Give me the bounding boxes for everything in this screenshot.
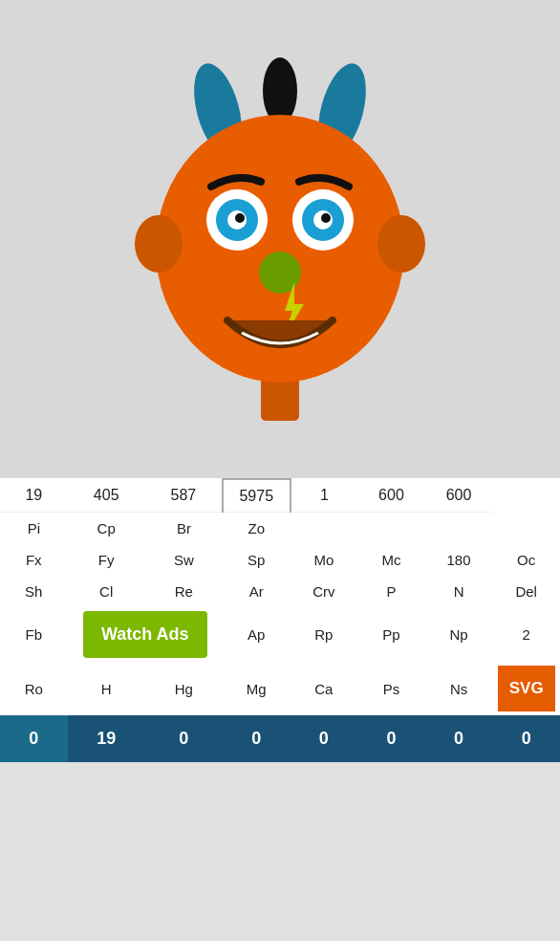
score-cell-1: 19 bbox=[0, 479, 68, 513]
label-np[interactable]: Np bbox=[425, 607, 493, 662]
label-row-5: Ro H Hg Mg Ca Ps Ns SVG bbox=[0, 662, 560, 715]
label-fx[interactable]: Fx bbox=[0, 544, 68, 576]
bottom-score-5: 0 bbox=[357, 715, 425, 762]
svg-point-10 bbox=[235, 213, 245, 223]
character-area bbox=[0, 0, 560, 478]
label-empty-2 bbox=[357, 513, 425, 545]
label-ps[interactable]: Ps bbox=[357, 662, 425, 715]
label-pp[interactable]: Pp bbox=[357, 607, 425, 662]
label-br[interactable]: Br bbox=[145, 513, 223, 545]
svg-cell: SVG bbox=[492, 662, 560, 715]
svg-point-14 bbox=[321, 213, 331, 223]
score-row: 19 405 587 5975 1 600 600 bbox=[0, 479, 560, 513]
label-row-3: Sh Cl Re Ar Crv P N Del bbox=[0, 576, 560, 607]
label-crv[interactable]: Crv bbox=[291, 576, 358, 607]
label-ar[interactable]: Ar bbox=[223, 576, 291, 607]
score-cell-7: 600 bbox=[425, 479, 493, 513]
label-row-2: Fx Fy Sw Sp Mo Mc 180 Oc bbox=[0, 544, 560, 576]
label-cp[interactable]: Cp bbox=[68, 513, 145, 545]
label-empty-3 bbox=[425, 513, 493, 545]
bottom-score-6: 0 bbox=[425, 715, 493, 762]
label-h[interactable]: H bbox=[68, 662, 145, 715]
label-180[interactable]: 180 bbox=[425, 544, 493, 576]
label-rp[interactable]: Rp bbox=[291, 607, 358, 662]
character-svg bbox=[127, 38, 433, 440]
label-2[interactable]: 2 bbox=[492, 607, 560, 662]
grid-area: 19 405 587 5975 1 600 600 Pi Cp Br Zo Fx… bbox=[0, 478, 560, 762]
score-grid: 19 405 587 5975 1 600 600 Pi Cp Br Zo Fx… bbox=[0, 478, 560, 762]
watch-ads-button[interactable]: Watch Ads bbox=[83, 611, 207, 658]
label-empty-4 bbox=[492, 513, 560, 545]
svg-point-6 bbox=[377, 215, 425, 273]
bottom-score-7: 0 bbox=[492, 715, 560, 762]
label-cl[interactable]: Cl bbox=[68, 576, 145, 607]
label-p[interactable]: P bbox=[357, 576, 425, 607]
label-fy[interactable]: Fy bbox=[68, 544, 145, 576]
label-row-1: Pi Cp Br Zo bbox=[0, 513, 560, 545]
label-sw[interactable]: Sw bbox=[145, 544, 223, 576]
svg-button[interactable]: SVG bbox=[498, 666, 555, 711]
label-mc[interactable]: Mc bbox=[357, 544, 425, 576]
svg-point-5 bbox=[135, 215, 183, 273]
label-zo[interactable]: Zo bbox=[223, 513, 291, 545]
label-hg[interactable]: Hg bbox=[145, 662, 223, 715]
bottom-score-1: 19 bbox=[68, 715, 145, 762]
label-oc[interactable]: Oc bbox=[492, 544, 560, 576]
bottom-score-row: 0 19 0 0 0 0 0 0 bbox=[0, 715, 560, 762]
label-ro[interactable]: Ro bbox=[0, 662, 68, 715]
label-ns[interactable]: Ns bbox=[425, 662, 493, 715]
label-fb[interactable]: Fb bbox=[0, 607, 68, 662]
label-pi[interactable]: Pi bbox=[0, 513, 68, 545]
bottom-score-0: 0 bbox=[0, 715, 68, 762]
score-cell-2: 405 bbox=[68, 479, 145, 513]
svg-point-3 bbox=[263, 57, 297, 124]
bottom-score-3: 0 bbox=[223, 715, 291, 762]
label-ca[interactable]: Ca bbox=[291, 662, 358, 715]
svg-point-15 bbox=[259, 252, 301, 294]
label-row-4: Fb Watch Ads Ap Rp Pp Np 2 bbox=[0, 607, 560, 662]
label-mg[interactable]: Mg bbox=[223, 662, 291, 715]
bottom-score-4: 0 bbox=[291, 715, 358, 762]
bottom-score-2: 0 bbox=[145, 715, 223, 762]
label-empty-1 bbox=[291, 513, 358, 545]
label-sh[interactable]: Sh bbox=[0, 576, 68, 607]
label-re[interactable]: Re bbox=[145, 576, 223, 607]
score-cell-6: 600 bbox=[357, 479, 425, 513]
label-del[interactable]: Del bbox=[492, 576, 560, 607]
score-cell-5: 1 bbox=[291, 479, 358, 513]
label-ap[interactable]: Ap bbox=[223, 607, 291, 662]
label-n[interactable]: N bbox=[425, 576, 493, 607]
label-sp[interactable]: Sp bbox=[223, 544, 291, 576]
score-cell-3: 587 bbox=[145, 479, 223, 513]
score-highlight: 5975 bbox=[223, 479, 291, 513]
watch-ads-cell: Watch Ads bbox=[68, 607, 223, 662]
label-mo[interactable]: Mo bbox=[291, 544, 358, 576]
